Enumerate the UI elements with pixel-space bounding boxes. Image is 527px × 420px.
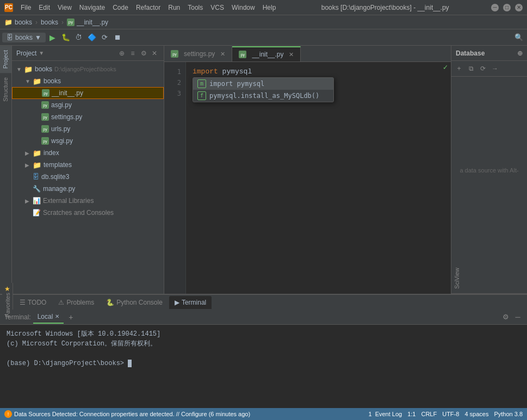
- sciview-label[interactable]: SciView: [451, 263, 527, 294]
- tree-index-label: index: [44, 149, 59, 157]
- panel-tool-settings[interactable]: ⚙: [139, 48, 148, 58]
- panel-tool-close[interactable]: ✕: [150, 48, 159, 58]
- bottom-tab-terminal[interactable]: ▶ Terminal: [169, 296, 212, 309]
- status-position[interactable]: 1:1: [407, 411, 416, 417]
- database-hint: a data source with Alt-: [460, 167, 518, 174]
- status-warning-icon: !: [4, 410, 12, 418]
- autocomplete-dropdown[interactable]: m import pymysql f pymysql.install_as_My…: [193, 77, 334, 102]
- panel-tool-scope[interactable]: ⊕: [117, 48, 127, 58]
- editor-tab-bar: py settings.py ✕ py __init__.py ✕: [164, 46, 451, 62]
- tree-wsgi-py[interactable]: ▶ py wsgi.py: [12, 135, 164, 147]
- editor-area: py settings.py ✕ py __init__.py ✕ 1 2 3 …: [164, 46, 451, 294]
- tree-folder-index-icon: 📁: [33, 149, 41, 157]
- database-header-add[interactable]: ⊕: [517, 50, 523, 57]
- search-everywhere-button[interactable]: 🔍: [513, 32, 525, 44]
- menu-code[interactable]: Code: [109, 3, 132, 13]
- tree-asgi-py[interactable]: ▶ py asgi.py: [12, 99, 164, 111]
- menu-view[interactable]: View: [54, 3, 75, 13]
- status-message[interactable]: Data Sources Detected: Connection proper…: [14, 411, 250, 417]
- tab-init-py[interactable]: py __init__.py ✕: [232, 46, 301, 61]
- db-btn-copy[interactable]: ⧉: [466, 63, 476, 74]
- status-event-log[interactable]: 1 Event Log: [368, 411, 402, 417]
- bottom-tab-python-console[interactable]: 🐍 Python Console: [101, 296, 168, 309]
- editor-checkmark: ✓: [440, 62, 451, 73]
- vtab-project[interactable]: Project: [0, 46, 11, 73]
- database-panel-header: Database ⊕: [451, 46, 527, 61]
- debug-button[interactable]: 🐛: [60, 32, 72, 44]
- tree-py-wsgi-icon: py: [41, 137, 49, 145]
- close-button[interactable]: ✕: [515, 4, 523, 11]
- tree-scratches[interactable]: ▶ 📝 Scratches and Consoles: [12, 207, 164, 219]
- ac-item-0[interactable]: m import pymysql: [193, 78, 333, 90]
- status-line-ending[interactable]: CRLF: [421, 411, 437, 417]
- status-python[interactable]: Python 3.8: [494, 411, 523, 417]
- menu-refactor[interactable]: Refactor: [133, 3, 164, 13]
- panel-tool-collapse[interactable]: ≡: [128, 48, 138, 58]
- maximize-button[interactable]: □: [503, 4, 511, 11]
- breadcrumb-books2[interactable]: books: [41, 18, 58, 26]
- tree-urls-py[interactable]: ▶ py urls.py: [12, 123, 164, 135]
- tab-init-close[interactable]: ✕: [289, 51, 294, 58]
- menu-help[interactable]: Help: [259, 3, 280, 13]
- run-config-label: books: [15, 34, 33, 41]
- menu-navigate[interactable]: Navigate: [76, 3, 108, 13]
- menu-window[interactable]: Window: [228, 3, 258, 13]
- project-panel-header: Project ▼ ⊕ ≡ ⚙ ✕: [12, 46, 164, 61]
- db-btn-arrow[interactable]: →: [489, 63, 500, 74]
- status-indent[interactable]: 4 spaces: [464, 411, 488, 417]
- terminal-settings-button[interactable]: ⚙: [501, 312, 511, 322]
- menu-tools[interactable]: Tools: [184, 3, 206, 13]
- tree-manage-label: manage.py: [43, 185, 75, 193]
- menu-run[interactable]: Run: [165, 3, 183, 13]
- toolbar-btn4[interactable]: ⟳: [99, 32, 111, 44]
- tree-templates-folder[interactable]: ▶ 📁 templates: [12, 159, 164, 171]
- breadcrumb-file[interactable]: __init__.py: [77, 18, 108, 26]
- tree-manage-py[interactable]: ▶ 🔧 manage.py: [12, 183, 164, 195]
- bottom-tab-problems-label: Problems: [66, 299, 94, 306]
- coverage-button[interactable]: 🔷: [86, 32, 98, 44]
- menu-file[interactable]: File: [17, 3, 34, 13]
- bottom-section: ★ Favorites ☰ TODO ⚠ Problems 🐍 Python C…: [0, 294, 527, 408]
- terminal-tab-local-close[interactable]: ✕: [55, 313, 59, 319]
- tree-root-label: books: [35, 65, 52, 73]
- tree-py-init-icon: py: [42, 89, 49, 97]
- tree-settings-py[interactable]: ▶ py settings.py: [12, 111, 164, 123]
- tree-books-folder[interactable]: ▼ 📁 books: [12, 75, 164, 87]
- tree-ext-lib-icon: 📊: [33, 197, 41, 205]
- bottom-tab-problems[interactable]: ⚠ Problems: [53, 296, 100, 309]
- tree-init-py[interactable]: ▶ py __init__.py: [12, 87, 164, 99]
- editor-content[interactable]: 1 2 3 import pymysql pymysql . install_a…: [164, 62, 451, 294]
- ac-item-1[interactable]: f pymysql.install_as_MySQLdb(): [193, 90, 333, 102]
- terminal-add-button[interactable]: +: [66, 312, 76, 322]
- terminal-content[interactable]: Microsoft Windows [版本 10.0.19042.1415] (…: [0, 325, 527, 408]
- menu-vcs[interactable]: VCS: [207, 3, 227, 13]
- favorites-star[interactable]: ★: [4, 285, 10, 293]
- terminal-tab-local[interactable]: Local ✕: [33, 311, 64, 324]
- tree-db-sqlite[interactable]: ▶ 🗄 db.sqlite3: [12, 171, 164, 183]
- breadcrumb-books1[interactable]: books: [15, 18, 32, 26]
- terminal-close-button[interactable]: ─: [513, 312, 523, 322]
- vtab-structure[interactable]: Structure: [0, 73, 11, 106]
- favorites-label[interactable]: Favorites: [4, 293, 11, 317]
- tab-settings-close[interactable]: ✕: [220, 51, 225, 58]
- tree-folder-root-icon: 📁: [24, 65, 33, 73]
- tree-ext-libraries[interactable]: ▶ 📊 External Libraries: [12, 195, 164, 207]
- db-btn-add[interactable]: +: [454, 63, 464, 74]
- terminal-line-2: (c) Microsoft Corporation。保留所有权利。: [7, 339, 520, 349]
- run-button[interactable]: ▶: [47, 32, 59, 44]
- minimize-button[interactable]: ─: [491, 4, 499, 11]
- menu-edit[interactable]: Edit: [35, 3, 53, 13]
- tree-index-folder[interactable]: ▶ 📁 index: [12, 147, 164, 159]
- tab-settings-py[interactable]: py settings.py ✕: [164, 46, 232, 61]
- toolbar-btn5[interactable]: ⏹: [112, 32, 124, 44]
- code-editor[interactable]: import pymysql pymysql . install_as_MySQ…: [186, 62, 451, 294]
- bottom-tab-todo[interactable]: ☰ TODO: [14, 296, 52, 309]
- db-btn-refresh[interactable]: ⟳: [478, 63, 488, 74]
- run-config-selector[interactable]: 🗄 books ▼: [2, 33, 46, 42]
- tree-root[interactable]: ▼ 📁 books D:\djangoProject\books: [12, 63, 164, 75]
- folder-icon: 📁: [4, 18, 13, 26]
- tree-asgi-label: asgi.py: [51, 101, 72, 109]
- profile-button[interactable]: ⏱: [73, 32, 85, 44]
- code-line-1: import pymysql: [193, 66, 444, 77]
- status-encoding[interactable]: UTF-8: [442, 411, 459, 417]
